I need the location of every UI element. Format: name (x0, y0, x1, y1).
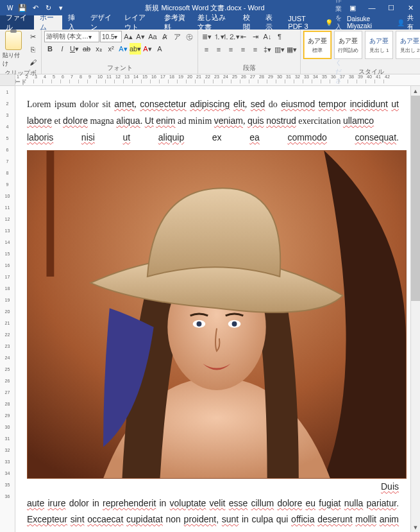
style-normal[interactable]: あア亜 標準 (303, 31, 332, 59)
subscript-button[interactable]: x₂ (93, 43, 105, 55)
character-border-icon[interactable]: A (154, 43, 165, 55)
horizontal-ruler[interactable]: 1234567891011121314151617181920212223242… (0, 74, 420, 86)
bullets-icon[interactable]: ≣▾ (201, 31, 212, 42)
cut-icon[interactable]: ✂ (27, 31, 38, 42)
line-spacing-icon[interactable]: ‡▾ (262, 44, 273, 55)
tab-view[interactable]: 表示 (260, 15, 282, 30)
tab-design[interactable]: デザイン (85, 15, 119, 30)
vertical-scrollbar[interactable]: ▲ ▼ (410, 86, 420, 532)
align-right-icon[interactable]: ≡ (225, 44, 237, 55)
group-font: 游明朝 (本文… ▾ 10.5 ▾ A▴ A▾ Aa A̷ ア ㊆ B I U▾… (42, 30, 198, 74)
document-area: 1234567891011121314151617181920212223242… (0, 86, 420, 532)
svg-point-8 (232, 321, 237, 326)
group-paragraph: ≣▾ ⒈▾ ⒈⒉▾ ⇤ ⇥ A↓ ¶ ≡ ≡ ≡ ≡ ≡ ‡▾ ▥▾ ▦▾ (198, 30, 301, 74)
font-color-icon[interactable]: A▾ (142, 43, 153, 55)
font-name-select[interactable]: 游明朝 (本文… ▾ (44, 31, 99, 42)
scroll-up-icon[interactable]: ▲ (411, 86, 420, 96)
word-icon: W (4, 2, 15, 13)
tab-references[interactable]: 参考資料 (158, 15, 192, 30)
svg-text:W: W (7, 4, 13, 12)
change-case-icon[interactable]: Aa (147, 31, 158, 42)
paste-label: 貼り付け (3, 51, 24, 68)
scroll-thumb[interactable] (411, 96, 420, 301)
quick-access-toolbar: W 💾 ↶ ↻ ▾ (0, 2, 67, 13)
format-painter-icon[interactable]: 🖌 (27, 56, 38, 68)
align-left-icon[interactable]: ≡ (201, 44, 212, 55)
text-effects-icon[interactable]: A▾ (117, 43, 129, 55)
style-nospacing[interactable]: あア亜 行間詰め (334, 31, 362, 59)
show-marks-icon[interactable]: ¶ (274, 31, 285, 42)
window-title: 新規 Microsoft Word 文書.docx - Word (67, 3, 343, 13)
justify-icon[interactable]: ≡ (237, 44, 249, 55)
maximize-button[interactable]: ☐ (382, 0, 401, 15)
style-heading2[interactable]: あア亜 見出し 2 (396, 31, 420, 59)
page[interactable]: Lorem ipsum dolor sit amet, consectetur … (15, 86, 410, 532)
svg-rect-3 (47, 151, 55, 277)
grow-font-icon[interactable]: A▴ (122, 31, 134, 42)
paragraph-label: 段落 (201, 63, 298, 74)
italic-button[interactable]: I (56, 43, 68, 55)
ribbon-tabs: ファイル ホーム 挿入 デザイン レイアウト 参考資料 差し込み文書 校閲 表示… (0, 15, 420, 30)
style-heading1[interactable]: あア亜 見出し 1 (365, 31, 393, 59)
embedded-image[interactable] (27, 150, 407, 479)
shading-icon[interactable]: ▥▾ (274, 44, 285, 55)
align-center-icon[interactable]: ≡ (213, 44, 224, 55)
clear-format-icon[interactable]: A̷ (159, 31, 171, 42)
save-icon[interactable]: 💾 (17, 2, 28, 13)
share-label: 共有 (407, 13, 415, 31)
distribute-icon[interactable]: ≡ (249, 44, 261, 55)
phonetic-icon[interactable]: ア (171, 31, 183, 42)
share-button[interactable]: 👤 共有 (392, 15, 420, 30)
highlight-icon[interactable]: ab▾ (130, 43, 141, 55)
undo-icon[interactable]: ↶ (29, 2, 41, 13)
tab-home[interactable]: ホーム (34, 15, 62, 30)
font-size-select[interactable]: 10.5 ▾ (100, 31, 122, 42)
scroll-down-icon[interactable]: ▼ (411, 522, 420, 532)
multilevel-icon[interactable]: ⒈⒉▾ (225, 31, 237, 42)
vertical-ruler[interactable]: 1234567891011121314151617181920212223242… (0, 86, 15, 532)
qat-dropdown-icon[interactable]: ▾ (55, 2, 67, 13)
bold-button[interactable]: B (44, 43, 56, 55)
minimize-button[interactable]: ― (362, 0, 382, 15)
borders-icon[interactable]: ▦▾ (286, 44, 298, 55)
underline-button[interactable]: U▾ (69, 43, 80, 55)
indent-dec-icon[interactable]: ⇤ (237, 31, 249, 42)
sort-icon[interactable]: A↓ (262, 31, 273, 42)
paragraph-3[interactable]: aute irure dolor in reprehenderit in vol… (27, 495, 399, 532)
tab-review[interactable]: 校閲 (237, 15, 260, 30)
indent-inc-icon[interactable]: ⇥ (249, 31, 261, 42)
strike-button[interactable]: ab (81, 43, 92, 55)
user-label: Daisuke Miyazaki (347, 15, 387, 30)
scroll-track[interactable] (411, 96, 420, 522)
clipboard-icon (5, 31, 22, 50)
tab-layout[interactable]: レイアウト (119, 15, 158, 30)
redo-icon[interactable]: ↻ (42, 2, 54, 13)
account-name[interactable]: Daisuke Miyazaki (342, 15, 392, 30)
ribbon: 貼り付け ✂ ⎘ 🖌 クリップボード 游明朝 (本文… ▾ 10.5 ▾ A▴ … (0, 30, 420, 74)
ribbon-options-icon[interactable]: ▣ (343, 0, 362, 15)
font-label: フォント (44, 63, 195, 74)
enclose-icon[interactable]: ㊆ (183, 31, 195, 42)
copy-icon[interactable]: ⎘ (27, 44, 38, 55)
svg-point-6 (197, 321, 202, 326)
lightbulb-icon: 💡 (325, 19, 333, 26)
tab-insert[interactable]: 挿入 (62, 15, 85, 30)
tab-justpdf[interactable]: JUST PDF 3 (282, 15, 325, 30)
group-clipboard: 貼り付け ✂ ⎘ 🖌 クリップボード (0, 30, 42, 74)
paragraph-1[interactable]: Lorem ipsum dolor sit amet, consectetur … (27, 96, 399, 146)
superscript-button[interactable]: x² (105, 43, 117, 55)
tab-mailings[interactable]: 差し込み文書 (192, 15, 237, 30)
tab-file[interactable]: ファイル (0, 15, 34, 30)
group-styles: あア亜 標準 あア亜 行間詰め あア亜 見出し 1 あア亜 見出し 2 ▴ ▾ … (301, 30, 420, 74)
shrink-font-icon[interactable]: A▾ (135, 31, 146, 42)
share-icon: 👤 (397, 19, 405, 26)
paragraph-2-right[interactable]: Duis (381, 481, 399, 492)
paste-button[interactable]: 貼り付け (3, 31, 24, 68)
